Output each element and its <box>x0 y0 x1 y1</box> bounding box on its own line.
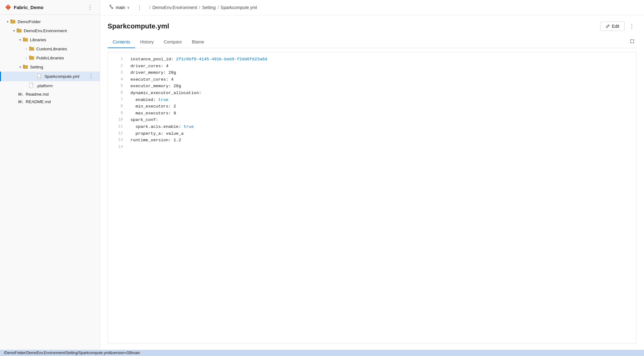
breadcrumb-sep-2: / <box>218 5 219 10</box>
file-tabs: Contents History Compare Blame <box>108 36 636 48</box>
code-container: 1instance_pool_id: 2f1c6bf9-4145-491b-be… <box>108 52 636 343</box>
code-line: 9 max_executors: 9 <box>108 110 636 117</box>
tree-item-customlibs[interactable]: CustomLibraries <box>0 44 100 53</box>
folder-svg-icon <box>16 28 22 33</box>
tree-item-readmemd[interactable]: M↓Readme.md <box>0 90 100 98</box>
code-line: 2driver_cores: 4 <box>108 63 636 70</box>
code-line: 11 spark.acls.enable: true <box>108 123 636 130</box>
code-line: 14 <box>108 144 636 150</box>
tree-item-label: Setting <box>30 65 95 69</box>
topbar-more-button[interactable]: ⋮ <box>135 3 144 12</box>
svg-rect-3 <box>10 19 13 21</box>
folder-icon <box>29 55 34 61</box>
chevron-icon <box>24 56 29 61</box>
svg-point-18 <box>112 8 113 9</box>
code-line: 3driver_memory: 28g <box>108 69 636 76</box>
tree-item-label: Sparkcompute.yml <box>44 74 87 79</box>
line-content: executor_cores: 4 <box>130 76 631 83</box>
tab-compare[interactable]: Compare <box>159 36 187 48</box>
tab-contents[interactable]: Contents <box>108 36 135 48</box>
tree-item-platform[interactable]: .platform <box>0 81 100 90</box>
line-content: enabled: true <box>130 97 631 103</box>
svg-rect-11 <box>29 56 31 57</box>
file-icon <box>29 83 34 89</box>
file-actions: Edit ⋮ <box>600 22 636 31</box>
branch-name: main <box>116 5 125 10</box>
tree-item-label: .platform <box>36 83 95 88</box>
folder-svg-icon <box>29 46 34 51</box>
line-number: 14 <box>113 144 123 150</box>
chevron-icon <box>18 65 23 70</box>
branch-selector[interactable]: main ∨ <box>106 3 132 12</box>
chevron-icon <box>11 28 16 33</box>
file-area: Sparkcompute.yml Edit ⋮ Contents History <box>100 15 644 350</box>
svg-text:yml: yml <box>38 76 41 78</box>
tree-item-libraries[interactable]: Libraries <box>0 35 100 44</box>
svg-rect-9 <box>29 47 31 48</box>
tab-history[interactable]: History <box>135 36 159 48</box>
tree-item-label: Readme.md <box>26 92 95 97</box>
folder-svg-icon <box>23 64 28 69</box>
folder-svg-icon <box>23 37 28 42</box>
line-content: min_executors: 2 <box>130 103 631 110</box>
line-content: property_a: value_a <box>130 130 631 137</box>
folder-svg-icon <box>29 55 34 60</box>
tree-item-label: PublicLibraries <box>36 56 95 60</box>
line-number: 8 <box>113 103 123 110</box>
line-number: 13 <box>113 137 123 143</box>
file-more-button[interactable]: ⋮ <box>627 22 636 31</box>
sidebar-more-button[interactable]: ⋮ <box>85 3 95 11</box>
tree-item-demoenv[interactable]: DemoEnv.Environment <box>0 26 100 35</box>
line-content: spark_conf: <box>130 117 631 123</box>
tab-blame[interactable]: Blame <box>187 36 209 48</box>
line-number: 9 <box>113 110 123 117</box>
code-line: 5executor_memory: 28g <box>108 83 636 90</box>
tree-item-setting[interactable]: Setting <box>0 63 100 72</box>
fabric-logo-icon <box>5 4 11 10</box>
breadcrumb: / DemoEnv.Environment / Setting / Sparkc… <box>147 5 638 10</box>
edit-button[interactable]: Edit <box>600 22 625 31</box>
line-number: 3 <box>113 69 123 76</box>
breadcrumb-item-file[interactable]: Sparkcompute.yml <box>221 5 257 10</box>
line-content: driver_cores: 4 <box>130 63 631 70</box>
expand-icon[interactable] <box>628 38 636 46</box>
code-line: 7 enabled: true <box>108 97 636 103</box>
tree-item-readmemd2[interactable]: M↓README.md <box>0 98 100 105</box>
md-file-icon: M↓ <box>18 99 24 104</box>
statusbar: /DemoFolder/DemoEnv.Environment/Setting/… <box>0 350 644 356</box>
tree-item-sparkcompute[interactable]: yml Sparkcompute.yml⋮ <box>0 72 100 81</box>
code-line: 6dynamic_executor_allocation: <box>108 90 636 97</box>
line-number: 10 <box>113 117 123 123</box>
tree-item-more-button[interactable]: ⋮ <box>87 73 95 80</box>
tree-item-label: DemoEnv.Environment <box>24 28 95 33</box>
breadcrumb-item-setting[interactable]: Setting <box>202 5 216 10</box>
line-number: 11 <box>113 123 123 130</box>
tree-item-publiclibs[interactable]: PublicLibraries <box>0 53 100 63</box>
folder-icon <box>23 64 28 70</box>
breadcrumb-item-demoenv[interactable]: DemoEnv.Environment <box>152 5 197 10</box>
folder-icon <box>16 28 22 34</box>
line-number: 4 <box>113 76 123 83</box>
line-content: max_executors: 9 <box>130 110 631 117</box>
folder-icon <box>10 18 16 25</box>
line-number: 6 <box>113 90 123 96</box>
tree-item-demofolder[interactable]: DemoFolder <box>0 17 100 26</box>
file-header: Sparkcompute.yml Edit ⋮ <box>108 22 636 31</box>
folder-icon <box>29 46 34 52</box>
code-line: 1instance_pool_id: 2f1c6bf9-4145-491b-be… <box>108 56 636 63</box>
md-file-icon: M↓ <box>18 92 24 97</box>
code-line: 4executor_cores: 4 <box>108 76 636 83</box>
sidebar: Fabric_Demo ⋮ DemoFolder DemoEnv.Environ… <box>0 0 100 350</box>
breadcrumb-sep-0: / <box>149 5 150 10</box>
edit-icon <box>606 24 610 28</box>
breadcrumb-sep-1: / <box>199 5 200 10</box>
main-content: main ∨ ⋮ / DemoEnv.Environment / Setting… <box>100 0 644 350</box>
tabs-left: Contents History Compare Blame <box>108 36 209 48</box>
line-content: instance_pool_id: 2f1c6bf9-4145-491b-beb… <box>130 56 631 63</box>
yml-file-icon: yml <box>37 74 43 79</box>
code-line: 13runtime_version: 1.2 <box>108 137 636 144</box>
tree-item-label: Libraries <box>30 38 95 42</box>
statusbar-text: /DemoFolder/DemoEnv.Environment/Setting/… <box>4 351 140 355</box>
file-svg-icon <box>29 83 34 88</box>
git-branch-icon <box>109 4 114 9</box>
